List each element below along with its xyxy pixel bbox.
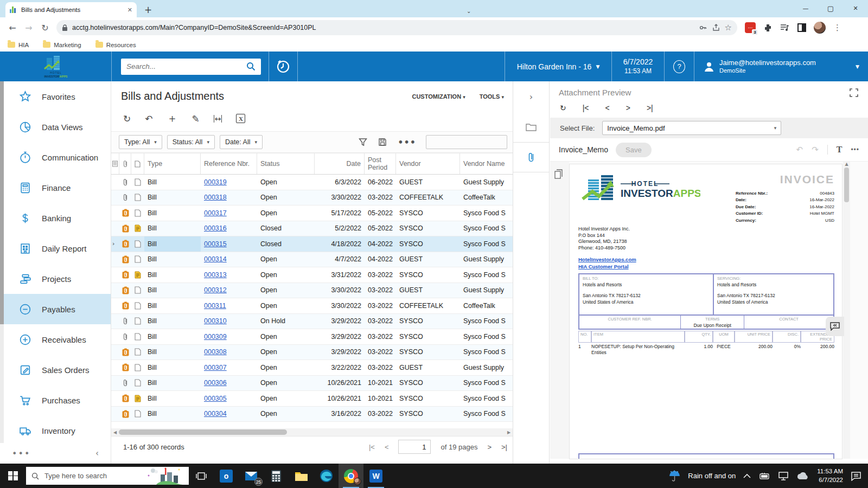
grid-horizontal-scrollbar[interactable]: ◀ ▶ bbox=[111, 428, 513, 436]
search-icon[interactable] bbox=[246, 62, 256, 71]
taskbar-calculator[interactable] bbox=[264, 464, 289, 488]
text-annotation-icon[interactable]: T bbox=[837, 145, 843, 155]
sidebar-item-projects[interactable]: Projects bbox=[0, 264, 111, 294]
tools-menu[interactable]: TOOLS ▾ bbox=[480, 93, 504, 100]
start-button[interactable] bbox=[0, 464, 26, 488]
first-attachment-button[interactable]: |< bbox=[583, 104, 589, 112]
reload-button[interactable]: ↻ bbox=[37, 23, 53, 33]
sidebar-item-favorites[interactable]: Favorites bbox=[0, 81, 111, 112]
table-row[interactable]: Bill000312Open3/30/202203-2022GUESTGuest… bbox=[111, 283, 513, 299]
attachments-column-header[interactable] bbox=[119, 153, 131, 174]
table-row[interactable]: Bill000308Open3/29/202203-2022SYSCOSysco… bbox=[111, 345, 513, 361]
scroll-up-arrow-icon[interactable]: ▲ bbox=[843, 162, 850, 166]
reference-link[interactable]: 000312 bbox=[204, 286, 227, 294]
reference-link[interactable]: 000313 bbox=[204, 271, 227, 279]
table-row[interactable]: Bill000309Open3/29/202203-2022SYSCOSysco… bbox=[111, 329, 513, 345]
table-row[interactable]: ›Bill000315Closed4/18/202204-2022SYSCOSy… bbox=[111, 236, 513, 252]
address-bar[interactable]: acctg.hotelinvestorapps.com/Main?Company… bbox=[56, 20, 737, 35]
taskbar-word[interactable]: W bbox=[363, 464, 388, 488]
new-tab-button[interactable]: + bbox=[144, 4, 152, 15]
table-row[interactable]: Bill000306Open10/26/202110-2021SYSCOSysc… bbox=[111, 376, 513, 391]
preview-vertical-scrollbar[interactable]: ▲ bbox=[843, 162, 850, 459]
prev-page-button[interactable]: < bbox=[385, 443, 389, 451]
table-row[interactable]: Bill000313Open3/31/202203-2022SYSCOSysco… bbox=[111, 267, 513, 283]
fit-columns-icon[interactable]: ↔ bbox=[214, 115, 222, 123]
column-header-post-period[interactable]: Post Period bbox=[365, 153, 396, 174]
sidebar-item-banking[interactable]: Banking bbox=[0, 203, 111, 233]
user-menu[interactable]: Jaime@hotelinvestorapps.comDemoSite ▼ bbox=[694, 52, 868, 81]
fullscreen-icon[interactable] bbox=[850, 88, 858, 97]
reference-link[interactable]: 000307 bbox=[204, 364, 227, 371]
sidebar-item-communication[interactable]: Communication bbox=[0, 142, 111, 172]
pages-thumbnails-icon[interactable] bbox=[554, 169, 564, 179]
page-number-input[interactable]: 1 bbox=[398, 440, 431, 454]
bookmark-folder-resources[interactable]: Resources bbox=[95, 42, 136, 48]
sidebar-item-receivables[interactable]: Receivables bbox=[0, 324, 111, 355]
table-row[interactable]: Bill000310On Hold3/29/202203-2022SYSCOSy… bbox=[111, 314, 513, 330]
table-row[interactable]: Bill000317Open5/17/202205-2022SYSCOSysco… bbox=[111, 206, 513, 221]
window-minimize-button[interactable]: — bbox=[793, 0, 818, 16]
scroll-right-arrow-icon[interactable]: ▶ bbox=[505, 430, 513, 435]
table-row[interactable]: Bill000314Open4/7/202204-2022GUESTGuest … bbox=[111, 252, 513, 268]
battery-icon[interactable] bbox=[758, 472, 770, 480]
scrollbar-thumb[interactable] bbox=[119, 429, 287, 435]
last-attachment-button[interactable]: >| bbox=[647, 104, 653, 112]
task-view-button[interactable] bbox=[189, 464, 214, 488]
grid-settings-icon[interactable] bbox=[111, 153, 119, 174]
invoice-link-site[interactable]: HotelInvestorApps.com bbox=[578, 256, 834, 263]
column-header-vendor-name[interactable]: Vendor Name bbox=[460, 153, 520, 174]
playlist-icon[interactable] bbox=[780, 23, 790, 32]
app-search-box[interactable] bbox=[121, 59, 261, 75]
next-page-button[interactable]: > bbox=[487, 443, 492, 451]
grid-more-icon[interactable]: ••• bbox=[398, 137, 416, 147]
save-button[interactable]: Save bbox=[616, 143, 652, 157]
reference-link[interactable]: 000306 bbox=[204, 379, 227, 387]
collapse-panel-chevron-icon[interactable]: › bbox=[513, 81, 549, 112]
cancel-icon[interactable]: ↶ bbox=[145, 113, 152, 124]
table-row[interactable]: Bill000305Open10/26/202110-2021SYSCOSysc… bbox=[111, 391, 513, 407]
grid-search-box[interactable] bbox=[426, 135, 507, 149]
edit-record-icon[interactable]: ✎ bbox=[192, 113, 200, 124]
sidebar-item-sales-orders[interactable]: Sales Orders bbox=[0, 355, 111, 385]
browser-menu-kebab-icon[interactable]: ⋮ bbox=[833, 23, 841, 33]
filter-type[interactable]: Type: All▾ bbox=[119, 135, 162, 149]
column-header-type[interactable]: Type bbox=[144, 153, 201, 174]
files-tab[interactable] bbox=[513, 112, 549, 142]
back-button[interactable]: ← bbox=[4, 23, 21, 33]
file-select-dropdown[interactable]: Invoice_Memo.pdf▾ bbox=[602, 121, 781, 135]
filter-date[interactable]: Date: All▾ bbox=[220, 135, 263, 149]
filter-funnel-icon[interactable] bbox=[359, 138, 367, 146]
column-header-reference-nbr[interactable]: Reference Nbr. bbox=[201, 153, 257, 174]
sidebar-more-icon[interactable]: ••• bbox=[12, 448, 30, 459]
table-row[interactable]: Bill000307Open3/22/202203-2022GUESTGuest… bbox=[111, 360, 513, 376]
taskbar-clock[interactable]: 11:53 AM6/7/2022 bbox=[817, 467, 843, 484]
sidebar-item-inventory[interactable]: Inventory bbox=[0, 415, 111, 446]
prev-attachment-button[interactable]: < bbox=[605, 104, 610, 112]
taskbar-search-box[interactable]: Type here to search bbox=[26, 467, 189, 485]
scroll-left-arrow-icon[interactable]: ◀ bbox=[111, 430, 119, 435]
reference-link[interactable]: 000304 bbox=[204, 410, 227, 418]
window-close-button[interactable]: ✕ bbox=[843, 0, 868, 16]
table-row[interactable]: Bill000304Open3/16/202203-2022SYSCOSysco… bbox=[111, 407, 513, 422]
doc-more-icon[interactable]: ••• bbox=[851, 146, 859, 153]
notes-column-header[interactable] bbox=[131, 153, 144, 174]
next-attachment-button[interactable]: > bbox=[626, 104, 630, 112]
network-icon[interactable] bbox=[778, 472, 789, 480]
reference-link[interactable]: 000317 bbox=[204, 209, 227, 217]
filter-status[interactable]: Status: All▾ bbox=[167, 135, 215, 149]
notification-center-icon[interactable] bbox=[851, 471, 861, 481]
refresh-icon[interactable]: ↻ bbox=[560, 104, 566, 112]
business-date-button[interactable] bbox=[269, 52, 297, 81]
attachments-tab-active[interactable] bbox=[513, 142, 549, 172]
weather-umbrella-icon[interactable] bbox=[668, 470, 680, 482]
save-view-icon[interactable] bbox=[378, 138, 387, 146]
reference-link[interactable]: 000310 bbox=[204, 317, 227, 325]
browser-profile-avatar[interactable] bbox=[814, 22, 826, 34]
help-button[interactable]: ? bbox=[665, 52, 694, 81]
extensions-puzzle-icon[interactable] bbox=[763, 23, 773, 33]
grid-search-input[interactable] bbox=[430, 138, 514, 146]
taskbar-edge[interactable] bbox=[314, 464, 339, 488]
reference-link[interactable]: 000315 bbox=[204, 240, 227, 248]
sidebar-panel-icon[interactable] bbox=[797, 23, 806, 32]
tray-chevron-icon[interactable] bbox=[743, 473, 751, 478]
